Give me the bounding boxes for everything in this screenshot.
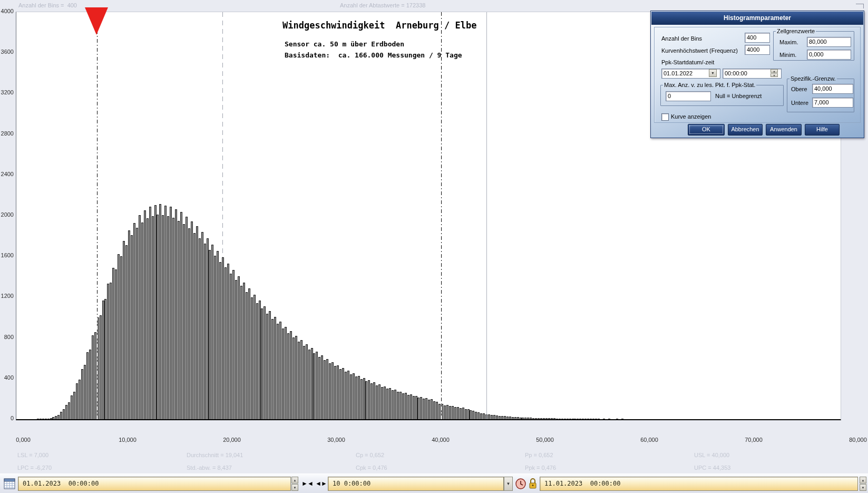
dialog-titlebar[interactable]: Histogrammparameter xyxy=(651,12,863,25)
histogram-bar xyxy=(211,245,213,419)
histogram-bar xyxy=(452,406,454,419)
histogram-parameter-dialog: Histogrammparameter Anzahl der Bins 400 … xyxy=(650,11,864,138)
minim-input[interactable]: 0,000 xyxy=(807,50,851,60)
histogram-bar xyxy=(378,384,381,419)
histogram-bar xyxy=(545,418,548,419)
corner-grip xyxy=(856,4,864,8)
histogram-bar xyxy=(501,416,503,419)
end-datetime-field[interactable]: 11.01.2023 00:00:00 xyxy=(540,477,858,491)
histogram-bar xyxy=(73,392,75,419)
histogram-bar xyxy=(407,395,409,419)
histogram-bar xyxy=(551,418,553,419)
bins-input[interactable]: 400 xyxy=(745,33,770,43)
spin-down-icon[interactable]: ▼ xyxy=(291,484,298,491)
stat-value: Ppk = 0,476 xyxy=(525,465,556,471)
bins-annotation: Anzahl der Bins = 400 xyxy=(18,2,77,8)
histogram-bar xyxy=(264,306,266,419)
histogram-bar xyxy=(40,419,42,419)
clock-icon[interactable] xyxy=(515,478,526,491)
maxpts-note: Null = Unbegrenzt xyxy=(715,93,762,99)
start-datetime-field[interactable]: 01.01.2023 00:00:00 xyxy=(18,477,291,491)
histogram-bar xyxy=(417,398,420,419)
cancel-button[interactable]: Abbrechen xyxy=(728,124,763,136)
histogram-bar xyxy=(370,383,373,419)
histogram-bar xyxy=(431,399,433,419)
histogram-bar xyxy=(582,419,584,419)
histogram-bar xyxy=(167,216,169,419)
spin-up-icon[interactable]: ▲ xyxy=(291,477,298,484)
x-tick-label: 40,000 xyxy=(422,437,460,443)
stat-value: USL = 40,000 xyxy=(694,452,729,458)
zoom-out-time-icon[interactable]: ◄► xyxy=(315,477,327,491)
stat-value: Cp = 0,652 xyxy=(356,452,384,458)
histogram-bar xyxy=(480,413,482,419)
spin-up-icon[interactable]: ▲ xyxy=(860,477,866,484)
histogram-bar xyxy=(470,410,472,419)
ppk-time-down-icon[interactable]: ▼ xyxy=(771,73,778,77)
lsl-marker-triangle-icon xyxy=(85,7,108,35)
histogram-bar xyxy=(45,419,47,419)
ppk-time-up-icon[interactable]: ▲ xyxy=(771,69,778,73)
spin-down-icon[interactable]: ▼ xyxy=(860,484,866,491)
end-datetime-spinner[interactable]: ▲ ▼ xyxy=(860,477,866,491)
histogram-bar xyxy=(569,419,571,419)
time-span-dropdown-icon[interactable]: ▼ xyxy=(504,477,513,491)
histogram-bar xyxy=(499,416,501,419)
help-button[interactable]: Hilfe xyxy=(805,124,840,136)
maxpts-input[interactable]: 0 xyxy=(666,91,711,101)
zoom-in-time-icon[interactable]: ►◄ xyxy=(301,477,313,491)
histogram-bar xyxy=(193,233,196,419)
histogram-bar xyxy=(595,419,597,419)
upper-input[interactable]: 40,000 xyxy=(812,84,853,94)
cell-limits-group-label: Zellgrenzwerte xyxy=(776,28,816,34)
calendar-icon[interactable] xyxy=(4,478,15,492)
histogram-bar xyxy=(524,418,526,419)
curve-checkbox[interactable] xyxy=(661,113,669,121)
histogram-bar xyxy=(81,369,83,419)
chart-subtitle-basisdaten: Basisdaten: ca. 166.000 Messungen / 9 Ta… xyxy=(285,51,462,59)
spec-limits-group-label: Spezifik.-Grenzw. xyxy=(789,75,837,82)
histogram-bar xyxy=(115,269,117,419)
histogram-bar xyxy=(199,238,201,419)
histogram-bar xyxy=(285,327,287,419)
histogram-bar xyxy=(110,283,112,419)
histogram-bar xyxy=(214,256,216,419)
histogram-bar xyxy=(186,217,188,419)
histogram-bar xyxy=(574,419,576,419)
histogram-bar xyxy=(123,241,125,419)
ppk-date-dropdown-icon[interactable]: ▼ xyxy=(709,69,717,77)
time-span-field[interactable]: 10 0:00:00 xyxy=(328,477,504,491)
lock-icon[interactable] xyxy=(528,478,538,491)
histogram-bar xyxy=(303,346,305,419)
maxim-label: Maxim. xyxy=(779,39,798,45)
peak-input[interactable]: 4000 xyxy=(745,45,770,55)
lower-input[interactable]: 7,000 xyxy=(812,98,853,108)
histogram-bar xyxy=(462,408,464,419)
y-tick-label: 1600 xyxy=(0,252,14,258)
histogram-bar xyxy=(477,412,480,419)
histogram-bar xyxy=(141,223,143,419)
histogram-bar xyxy=(316,352,318,419)
histogram-bar xyxy=(306,344,308,419)
ok-button[interactable]: OK xyxy=(688,124,725,136)
histogram-bar xyxy=(266,314,268,419)
histogram-bar xyxy=(277,324,279,419)
y-tick-label: 3200 xyxy=(0,89,14,95)
histogram-bar xyxy=(556,419,558,419)
histogram-bar xyxy=(300,340,303,419)
histogram-bar xyxy=(253,295,256,419)
histogram-bar xyxy=(71,395,73,419)
maxim-input[interactable]: 80,000 xyxy=(807,37,851,47)
lsl-reference-line xyxy=(97,12,97,419)
curve-checkbox-label[interactable]: Kurve anzeigen xyxy=(671,113,711,120)
histogram-bar xyxy=(170,207,172,419)
histogram-bar xyxy=(483,413,485,419)
apply-button[interactable]: Anwenden xyxy=(766,124,802,136)
stat-value: LPC = -6,270 xyxy=(17,465,52,471)
histogram-bar xyxy=(149,207,151,419)
start-datetime-spinner[interactable]: ▲ ▼ xyxy=(291,477,298,491)
histogram-bar xyxy=(345,372,347,419)
upper-label: Obere xyxy=(791,86,807,92)
histogram-bar xyxy=(373,382,375,419)
histogram-bar xyxy=(608,419,610,419)
